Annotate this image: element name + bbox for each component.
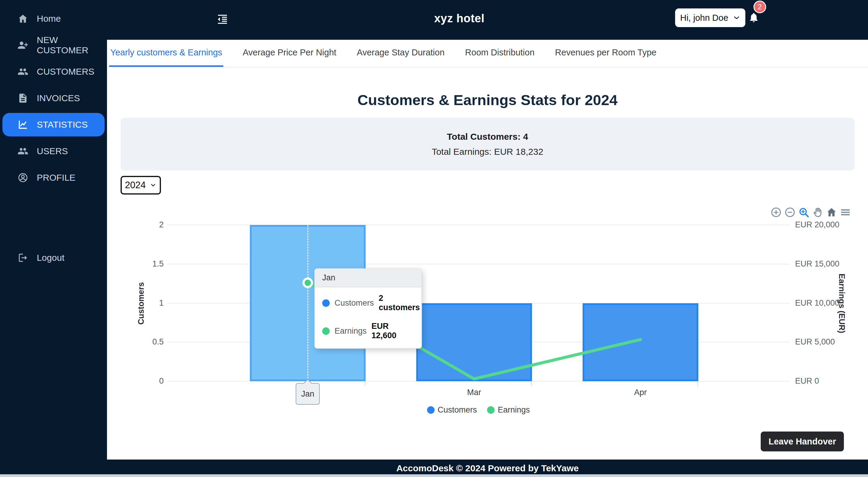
- tab-room-distribution[interactable]: Room Distribution: [464, 40, 535, 67]
- sidebar-item-new-customer[interactable]: NEW CUSTOMER: [0, 32, 107, 59]
- reset-home-icon[interactable]: [826, 207, 837, 218]
- tab-yearly-customers-earnings[interactable]: Yearly customers & Earnings: [109, 40, 223, 67]
- sidebar-item-customers[interactable]: CUSTOMERS: [0, 59, 107, 85]
- tab-bar: Yearly customers & Earnings Average Pric…: [107, 40, 868, 67]
- sidebar-item-invoices[interactable]: INVOICES: [0, 85, 107, 111]
- right-axis-tick: EUR 20,000: [795, 220, 852, 230]
- line-chart-icon: [18, 119, 28, 130]
- user-greeting: Hi, john Doe: [680, 13, 728, 23]
- leave-handover-button[interactable]: Leave Handover: [761, 432, 844, 451]
- tooltip-row-customers: Customers 2 customers: [315, 287, 421, 315]
- pan-hand-icon[interactable]: [812, 207, 824, 218]
- tooltip-title: Jan: [315, 269, 421, 287]
- footer-text: AccomoDesk © 2024 Powered by TekYawe: [396, 463, 579, 473]
- sidebar-item-label: USERS: [37, 146, 68, 156]
- x-axis-tick: [531, 381, 532, 386]
- tooltip-label: Customers: [335, 299, 374, 308]
- sidebar-logout-section: Logout: [0, 244, 107, 271]
- notification-bell-icon[interactable]: [748, 11, 760, 24]
- user-menu-button[interactable]: Hi, john Doe: [675, 8, 745, 27]
- left-axis-title: Customers: [136, 264, 146, 343]
- x-axis-tick: [698, 381, 698, 386]
- person-add-icon: [18, 40, 28, 50]
- topbar: xyz hotel Hi, john Doe 2: [0, 0, 868, 40]
- summary-card: Total Customers: 4 Total Earnings: EUR 1…: [121, 118, 855, 170]
- zoom-out-icon[interactable]: [784, 207, 796, 218]
- right-axis-tick: EUR 0: [795, 376, 852, 386]
- chart-toolbar: [770, 207, 851, 218]
- sidebar-item-label: CUSTOMERS: [37, 67, 94, 77]
- year-select-value: 2024: [125, 180, 146, 191]
- tab-average-price-per-night[interactable]: Average Price Per Night: [241, 40, 338, 67]
- logout-button[interactable]: Logout: [0, 244, 107, 271]
- year-select[interactable]: 2024: [121, 176, 161, 195]
- logout-label: Logout: [37, 253, 64, 263]
- chevron-down-icon: [150, 182, 156, 189]
- app-root: xyz hotel Hi, john Doe 2 Home NEW CUSTOM…: [0, 0, 868, 477]
- sidebar-item-label: Home: [37, 13, 61, 24]
- total-customers-text: Total Customers: 4: [447, 132, 528, 142]
- tooltip-value: 2 customers: [379, 294, 420, 312]
- legend-item-earnings[interactable]: Earnings: [487, 405, 530, 415]
- invoice-icon: [18, 93, 28, 104]
- logout-icon: [18, 252, 28, 263]
- x-axis-label-apr: Apr: [622, 388, 658, 397]
- left-axis-tick: 2: [121, 220, 164, 230]
- tab-revenues-per-room-type[interactable]: Revenues per Room Type: [554, 40, 658, 67]
- sidebar-item-profile[interactable]: PROFILE: [0, 164, 107, 191]
- sidebar-item-home[interactable]: Home: [0, 5, 107, 32]
- sidebar: Home NEW CUSTOMER CUSTOMERS INVOICES STA…: [0, 0, 107, 477]
- sidebar-item-label: NEW CUSTOMER: [37, 35, 107, 56]
- tooltip-label: Earnings: [335, 327, 367, 336]
- legend-item-customers[interactable]: Customers: [427, 405, 477, 415]
- hotel-title: xyz hotel: [418, 12, 500, 25]
- sidebar-nav: Home NEW CUSTOMER CUSTOMERS INVOICES STA…: [0, 5, 107, 191]
- left-axis-tick: 0: [121, 376, 164, 386]
- collapse-sidebar-icon[interactable]: [216, 13, 228, 25]
- sidebar-item-label: PROFILE: [37, 173, 75, 183]
- earnings-dot: [487, 406, 495, 414]
- tooltip-row-earnings: Earnings EUR 12,600: [315, 315, 421, 348]
- chart-tooltip: Jan Customers 2 customers Earnings EUR 1…: [314, 268, 422, 349]
- tooltip-value: EUR 12,600: [372, 321, 414, 340]
- x-axis-label-mar: Mar: [456, 388, 492, 397]
- profile-icon: [18, 172, 28, 183]
- right-axis-title: Earnings (EUR): [837, 264, 846, 343]
- horizontal-scrollbar[interactable]: [0, 474, 868, 477]
- selection-zoom-icon[interactable]: [798, 207, 809, 218]
- tab-average-stay-duration[interactable]: Average Stay Duration: [355, 40, 446, 67]
- menu-icon[interactable]: [840, 207, 851, 218]
- home-icon: [18, 13, 28, 24]
- customers-dot: [427, 406, 435, 414]
- earnings-dot: [322, 327, 330, 335]
- notification-count-badge[interactable]: 2: [753, 1, 766, 13]
- x-axis-hover-label: Jan: [296, 383, 320, 405]
- x-axis-tick: [365, 381, 365, 386]
- zoom-in-icon[interactable]: [770, 207, 782, 218]
- total-earnings-text: Total Earnings: EUR 18,232: [432, 147, 543, 157]
- sidebar-item-statistics[interactable]: STATISTICS: [2, 113, 104, 136]
- chart-legend: Customers Earnings: [167, 405, 789, 415]
- sidebar-item-users[interactable]: USERS: [0, 138, 107, 164]
- legend-label: Customers: [438, 405, 477, 415]
- legend-label: Earnings: [498, 405, 530, 415]
- chevron-down-icon: [733, 14, 740, 22]
- sidebar-item-label: INVOICES: [37, 93, 80, 103]
- page-title: Customers & Earnings Stats for 2024: [107, 92, 868, 108]
- sidebar-item-label: STATISTICS: [37, 120, 88, 130]
- earnings-line: [167, 225, 789, 381]
- people-icon: [18, 66, 28, 77]
- users-icon: [18, 146, 28, 157]
- customers-dot: [322, 299, 330, 307]
